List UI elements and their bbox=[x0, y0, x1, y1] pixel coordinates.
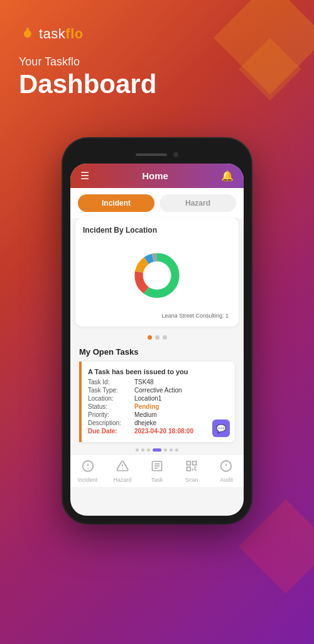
logo: taskflo bbox=[19, 25, 295, 43]
task-row-location: Location: Location1 bbox=[88, 395, 229, 402]
task-label-location: Location: bbox=[88, 395, 132, 402]
task-label-status: Status: bbox=[88, 403, 132, 410]
task-label-id: Task Id: bbox=[88, 379, 132, 386]
task-label-duedate: Due Date: bbox=[88, 428, 132, 435]
task-value-location: Location1 bbox=[134, 395, 161, 402]
bell-icon[interactable]: 🔔 bbox=[221, 170, 234, 182]
screen-title: Home bbox=[142, 170, 168, 181]
nav-label-audit: Audit bbox=[220, 477, 233, 483]
header-area: taskflo Your Taskflo Dashboard bbox=[0, 0, 314, 111]
task-row-id: Task Id: TSK48 bbox=[88, 379, 229, 386]
svg-line-23 bbox=[194, 469, 196, 470]
hazard-icon bbox=[116, 460, 129, 475]
tagline: Your Taskflo bbox=[19, 55, 295, 69]
scroll-dot-2 bbox=[141, 448, 144, 452]
pagination-dot-1[interactable] bbox=[148, 335, 152, 340]
donut-svg bbox=[129, 247, 185, 304]
nav-item-scan[interactable]: Scan bbox=[175, 460, 209, 483]
logo-task: task bbox=[39, 26, 65, 42]
dashboard-title: Dashboard bbox=[19, 70, 295, 99]
logo-icon bbox=[19, 25, 36, 43]
scan-icon bbox=[185, 460, 198, 475]
svg-rect-1 bbox=[26, 28, 29, 32]
nav-label-scan: Scan bbox=[185, 477, 198, 483]
phone-notch-area bbox=[70, 146, 244, 164]
chart-title: Incident By Location bbox=[83, 226, 231, 235]
tab-incident[interactable]: Incident bbox=[78, 194, 154, 212]
svg-rect-19 bbox=[187, 467, 191, 471]
nav-item-task[interactable]: Task bbox=[139, 460, 174, 483]
task-label-desc: Description: bbox=[88, 419, 132, 426]
tasks-title: My Open Tasks bbox=[79, 347, 235, 357]
tasks-section: My Open Tasks A Task has been issued to … bbox=[70, 343, 244, 445]
incident-icon bbox=[82, 460, 94, 475]
phone-notch bbox=[132, 138, 182, 150]
bottom-nav: Incident Hazard bbox=[70, 454, 244, 487]
audit-icon bbox=[220, 460, 232, 475]
logo-text: taskflo bbox=[39, 26, 84, 42]
task-icon bbox=[151, 460, 163, 475]
phone-mockup: ☰ Home 🔔 Incident Hazard Incident By Loc… bbox=[63, 138, 251, 523]
task-label-priority: Priority: bbox=[88, 411, 132, 418]
tab-hazard[interactable]: Hazard bbox=[160, 194, 236, 212]
pagination-dots bbox=[70, 331, 244, 343]
task-header: A Task has been issued to you bbox=[88, 368, 229, 375]
task-value-priority: Medium bbox=[134, 411, 157, 418]
scroll-dot-1 bbox=[136, 448, 139, 452]
scroll-dot-7 bbox=[175, 448, 178, 452]
phone-outer: ☰ Home 🔔 Incident Hazard Incident By Loc… bbox=[63, 138, 251, 523]
task-value-desc: dhejeke bbox=[134, 419, 156, 426]
nav-item-hazard[interactable]: Hazard bbox=[105, 460, 139, 483]
phone-camera bbox=[173, 152, 178, 157]
svg-rect-17 bbox=[187, 462, 191, 465]
chart-card: Incident By Location Leana Street C bbox=[75, 218, 239, 326]
scroll-dot-4 bbox=[153, 448, 161, 452]
chat-bubble-button[interactable]: 💬 bbox=[212, 419, 230, 437]
task-row-priority: Priority: Medium bbox=[88, 411, 229, 418]
task-row-status: Status: Pending bbox=[88, 403, 229, 410]
task-row-duedate: Due Date: 2023-04-20 18:08:00 bbox=[88, 428, 229, 435]
nav-label-task: Task bbox=[151, 477, 163, 483]
svg-point-7 bbox=[143, 262, 171, 290]
task-label-type: Task Type: bbox=[88, 387, 132, 394]
svg-point-10 bbox=[87, 468, 88, 469]
menu-icon[interactable]: ☰ bbox=[80, 170, 89, 182]
app-tabs: Incident Hazard bbox=[70, 188, 244, 218]
phone-speaker bbox=[136, 153, 167, 156]
task-row-desc: Description: dhejeke bbox=[88, 419, 229, 426]
scroll-dot-3 bbox=[147, 448, 150, 452]
scroll-dots bbox=[70, 445, 244, 454]
app-topbar: ☰ Home 🔔 bbox=[70, 164, 244, 188]
svg-rect-18 bbox=[193, 462, 197, 465]
pagination-dot-2[interactable] bbox=[155, 335, 160, 340]
nav-label-incident: Incident bbox=[78, 477, 98, 483]
task-value-status: Pending bbox=[134, 403, 159, 410]
scroll-dot-6 bbox=[170, 448, 173, 452]
nav-label-hazard: Hazard bbox=[113, 477, 131, 483]
donut-chart bbox=[83, 241, 231, 310]
chart-legend: Leana Street Consulting: 1 bbox=[83, 313, 231, 319]
logo-flo: flo bbox=[65, 26, 83, 42]
task-value-type: Corrective Action bbox=[134, 387, 182, 394]
nav-item-audit[interactable]: Audit bbox=[209, 460, 244, 483]
svg-point-12 bbox=[122, 469, 122, 469]
phone-screen: ☰ Home 🔔 Incident Hazard Incident By Loc… bbox=[70, 164, 244, 516]
pagination-dot-3[interactable] bbox=[163, 335, 167, 340]
task-value-duedate: 2023-04-20 18:08:00 bbox=[134, 428, 193, 435]
nav-item-incident[interactable]: Incident bbox=[70, 460, 105, 483]
task-card: A Task has been issued to you Task Id: T… bbox=[79, 362, 235, 442]
task-row-type: Task Type: Corrective Action bbox=[88, 387, 229, 394]
task-value-id: TSK48 bbox=[134, 379, 154, 386]
scroll-dot-5 bbox=[164, 448, 167, 452]
